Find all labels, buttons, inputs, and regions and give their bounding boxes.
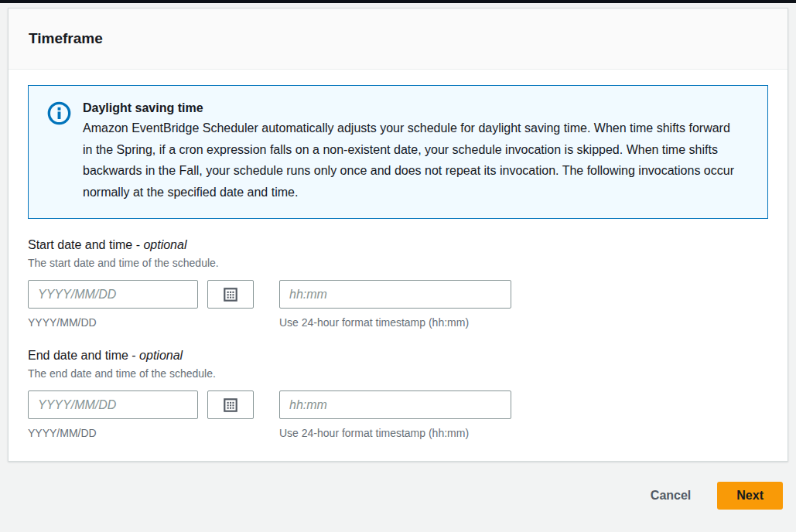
calendar-icon	[222, 397, 239, 414]
panel-body: Daylight saving time Amazon EventBridge …	[9, 70, 787, 461]
start-time-column: Use 24-hour format timestamp (hh:mm)	[279, 280, 511, 329]
start-label-text: Start date and time	[28, 238, 132, 251]
start-time-input[interactable]	[279, 280, 511, 309]
start-date-time-group: Start date and time - optional The start…	[28, 237, 768, 329]
start-date-calendar-button[interactable]	[207, 280, 254, 309]
top-edge-bar	[0, 0, 796, 3]
page-title: Timeframe	[29, 30, 103, 47]
start-date-input[interactable]	[28, 280, 198, 309]
end-date-time-description: The end date and time of the schedule.	[28, 367, 768, 380]
timeframe-panel: Timeframe Daylight saving time Amazon Ev…	[8, 8, 788, 462]
calendar-icon	[222, 286, 239, 303]
end-label-optional: optional	[139, 349, 183, 362]
alert-content: Daylight saving time Amazon EventBridge …	[83, 99, 736, 203]
cancel-button[interactable]: Cancel	[640, 483, 702, 509]
start-controls-row: YYYY/MM/DD	[28, 280, 768, 329]
end-date-time-group: End date and time - optional The end dat…	[28, 347, 768, 440]
next-button[interactable]: Next	[717, 482, 783, 510]
start-label-separator: -	[136, 238, 140, 251]
end-date-hint: YYYY/MM/DD	[28, 426, 198, 440]
start-date-time-description: The start date and time of the schedule.	[28, 256, 768, 270]
alert-title: Daylight saving time	[83, 99, 736, 118]
end-date-input[interactable]	[28, 390, 198, 419]
wizard-footer-actions: Cancel Next	[0, 462, 796, 510]
daylight-saving-info-alert: Daylight saving time Amazon EventBridge …	[28, 85, 768, 219]
alert-body-text: Amazon EventBridge Scheduler automatical…	[83, 118, 736, 203]
info-icon	[47, 101, 71, 125]
end-date-column: YYYY/MM/DD	[28, 390, 198, 440]
end-time-column: Use 24-hour format timestamp (hh:mm)	[279, 390, 511, 440]
start-label-optional: optional	[143, 238, 186, 251]
start-date-time-label: Start date and time - optional	[28, 237, 768, 254]
end-label-text: End date and time	[28, 349, 128, 362]
end-date-time-label: End date and time - optional	[28, 347, 768, 364]
start-time-hint: Use 24-hour format timestamp (hh:mm)	[279, 315, 511, 329]
end-time-input[interactable]	[279, 390, 511, 419]
panel-header: Timeframe	[9, 9, 787, 70]
end-label-separator: -	[132, 349, 135, 362]
start-date-column: YYYY/MM/DD	[28, 280, 198, 329]
end-controls-row: YYYY/MM/DD	[28, 390, 768, 440]
end-time-hint: Use 24-hour format timestamp (hh:mm)	[279, 426, 511, 440]
start-date-hint: YYYY/MM/DD	[28, 315, 198, 329]
end-date-calendar-button[interactable]	[207, 390, 254, 419]
